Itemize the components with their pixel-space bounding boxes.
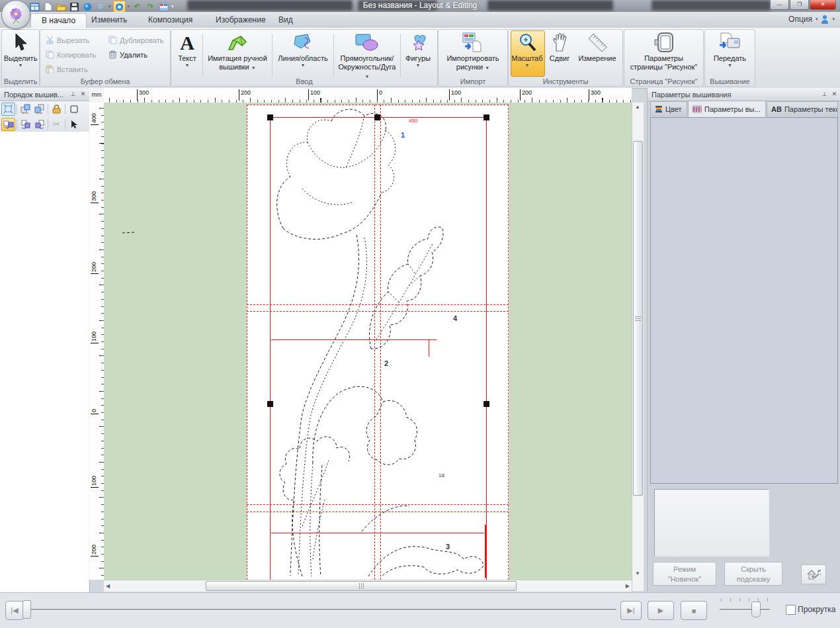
design-property-icon[interactable] [113, 1, 126, 12]
lock-icon[interactable] [50, 103, 63, 116]
go-to-end-button[interactable]: ▶| [620, 601, 642, 620]
stitch-progress-handle[interactable] [22, 600, 31, 619]
pin-icon[interactable]: ⊥ [69, 90, 77, 99]
tab-text-attributes[interactable]: AB Параметры текс... [767, 101, 838, 116]
cursor-arrow-icon[interactable] [67, 118, 81, 131]
speed-slider-track[interactable] [720, 609, 770, 611]
option-menu[interactable]: Опция [788, 15, 812, 24]
maximize-button[interactable]: ❐ [790, 0, 809, 10]
sewing-order-panel: Порядок вышив... ⊥ ✕ ✂ [0, 88, 90, 592]
hand-stitch-button[interactable]: Имитация ручной вышивки ▼ [204, 31, 271, 71]
vertical-scrollbar[interactable]: ▲ ▼ [632, 103, 644, 591]
speed-slider-ticks [721, 598, 769, 602]
section-marker-3: 3 [446, 543, 450, 551]
import-images-button[interactable]: Импортировать рисунки ▼ [441, 31, 505, 71]
scroll-down-icon[interactable]: ▼ [632, 570, 643, 576]
cut-button[interactable]: Вырезать [46, 34, 89, 46]
design-canvas[interactable]: 1 4 2 3 450 18 [104, 103, 632, 580]
tab-composition[interactable]: Композиция [138, 13, 203, 27]
tab-edit[interactable]: Изменить [81, 13, 138, 27]
close-icon[interactable]: ✕ [830, 90, 839, 99]
divider [202, 34, 203, 77]
dropdown-arrow-icon[interactable]: ▾ [108, 1, 111, 12]
design-page-settings-button[interactable]: Параметры страницы "Рисунок" [627, 31, 700, 71]
tab-image[interactable]: Изображение [205, 13, 276, 27]
close-button[interactable]: ✕ [810, 0, 836, 10]
group-tools: Масштаб ▼ Сдвиг Измерение Инструменты [508, 29, 623, 87]
redo-icon[interactable]: ↷ [145, 1, 156, 12]
selection-handle[interactable] [267, 401, 273, 407]
select-button[interactable]: Выделить ▼ [5, 31, 36, 68]
line-area-icon [292, 31, 314, 54]
paste-button[interactable]: Вставить [46, 63, 88, 75]
qat-overflow-icon[interactable]: ▾ [171, 1, 174, 12]
measure-button[interactable]: Измерение [575, 31, 620, 63]
delete-button[interactable]: Удалить [108, 48, 147, 61]
move-backward-icon[interactable] [32, 118, 46, 131]
move-to-position-icon[interactable] [1, 118, 15, 131]
scissors-icon[interactable]: ✂ [50, 118, 63, 131]
scroll-right-icon[interactable]: ▶ [626, 583, 630, 589]
group-label: Вышивание [705, 77, 755, 85]
beginner-mode-button[interactable]: Режим "Новичок" [653, 562, 716, 586]
undo-icon[interactable]: ↶ [132, 1, 143, 12]
horizontal-scroll-thumb[interactable] [206, 581, 517, 591]
open-folder-icon[interactable] [56, 1, 67, 12]
go-to-start-button[interactable]: |◀ [5, 601, 24, 620]
zoom-magnifier-icon [518, 31, 536, 54]
section-marker-2: 2 [384, 359, 388, 367]
stitch-progress-track[interactable] [25, 609, 616, 611]
dropdown-arrow-icon[interactable]: ▾ [816, 14, 818, 24]
stitch-pattern-icon[interactable]: ❄ [95, 1, 106, 12]
hide-hint-button[interactable]: Скрыть подсказку [724, 562, 782, 586]
scroll-checkbox[interactable] [786, 605, 796, 615]
layout-window-icon[interactable] [29, 1, 40, 12]
send-button[interactable]: Передать ▼ [708, 31, 752, 68]
selection-handle[interactable] [267, 114, 273, 120]
minimize-button[interactable]: — [770, 0, 789, 10]
pin-icon[interactable]: ⊥ [820, 90, 829, 99]
send-to-machine-icon [718, 31, 742, 54]
copy-button[interactable]: Копировать [46, 48, 96, 61]
selection-handle[interactable] [483, 401, 489, 407]
bring-forward-icon[interactable] [19, 103, 32, 116]
dropdown-arrow-icon[interactable]: ▾ [128, 1, 130, 12]
zoom-button[interactable]: Масштаб ▼ [511, 31, 544, 68]
rectangle-circle-arc-button[interactable]: Прямоугольник/ Окружность/Дуга ▼ [335, 31, 399, 80]
ribbon: Выделить ▼ Выделить Вырезать Дублировать… [0, 28, 840, 89]
shapes-button[interactable]: Фигуры ▼ [402, 31, 434, 68]
text-tool-button[interactable]: A Текст ▼ [174, 31, 200, 68]
design-settings-icon[interactable] [158, 1, 169, 12]
new-document-icon[interactable] [42, 1, 54, 12]
selection-handle[interactable] [374, 114, 380, 120]
horizontal-scrollbar[interactable]: ◀ ▶ [104, 580, 632, 592]
scroll-up-icon[interactable]: ▲ [632, 104, 643, 110]
user-account-icon[interactable] [821, 15, 829, 24]
send-backward-icon[interactable] [32, 103, 46, 116]
move-forward-icon[interactable] [19, 118, 32, 131]
frame-icon[interactable] [67, 103, 81, 116]
play-button[interactable]: ▶ [648, 601, 674, 620]
tab-sewing-attributes[interactable]: Параметры вы... [688, 101, 766, 117]
sewing-order-list[interactable] [0, 132, 89, 592]
vertical-scroll-thumb[interactable] [633, 141, 643, 496]
duplicate-button[interactable]: Дублировать [108, 34, 163, 46]
stitch-simulator-bar: |◀ ▶| ▶ ■ Прокрутка [0, 592, 840, 628]
save-icon[interactable] [69, 1, 80, 12]
scroll-left-icon[interactable]: ◀ [106, 583, 110, 589]
hint-settings-button[interactable] [801, 564, 826, 584]
stop-button[interactable]: ■ [681, 601, 707, 620]
speed-slider-handle[interactable] [751, 602, 761, 617]
tab-view[interactable]: Вид [268, 13, 304, 27]
application-menu-button[interactable] [1, 0, 30, 29]
fit-selection-icon[interactable] [1, 103, 15, 116]
select-cursor-icon [13, 31, 28, 54]
line-area-button[interactable]: Линия/область ▼ [274, 31, 332, 68]
tab-home[interactable]: В начало [30, 13, 87, 28]
pan-button[interactable]: Сдвиг [546, 31, 573, 63]
design-center-icon[interactable] [82, 1, 93, 12]
tab-color[interactable]: Цвет [650, 101, 687, 116]
close-icon[interactable]: ✕ [79, 90, 87, 99]
dropdown-arrow-icon[interactable]: ▾ [832, 14, 835, 24]
selection-handle[interactable] [483, 114, 489, 120]
